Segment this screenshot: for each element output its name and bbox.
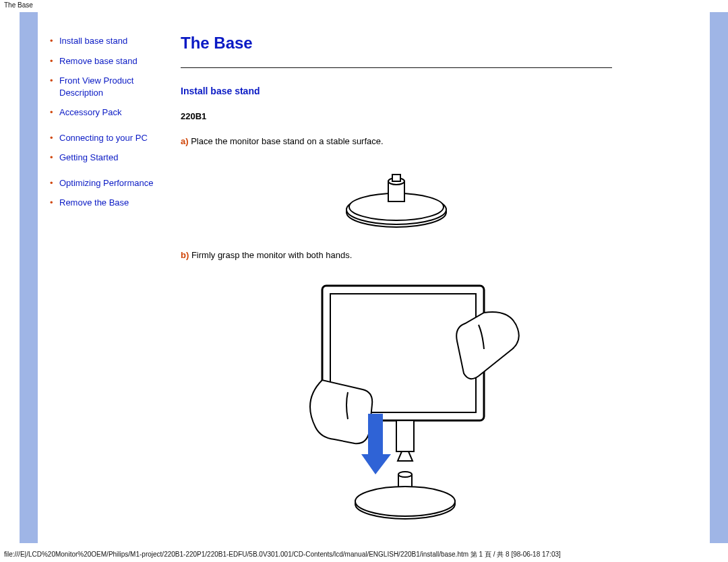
sidebar-item-install-base-stand[interactable]: Install base stand <box>50 35 164 47</box>
footer-path: file:///E|/LCD%20Monitor%20OEM/Philips/M… <box>4 550 719 559</box>
sidebar-item-accessory-pack[interactable]: Accessory Pack <box>50 106 164 119</box>
sidebar-item-connecting-pc[interactable]: Connecting to your PC <box>50 132 164 144</box>
sidebar-link[interactable]: Accessory Pack <box>59 107 121 117</box>
step-b-tag: b) <box>181 250 189 260</box>
sidebar-link[interactable]: Remove the Base <box>59 197 129 208</box>
divider <box>181 67 612 68</box>
sidebar-item-front-view[interactable]: Front View Product Description <box>50 75 164 98</box>
sidebar-link[interactable]: Remove base stand <box>59 56 138 66</box>
sidebar-nav: Install base stand Remove base stand Fro… <box>50 35 164 217</box>
svg-point-12 <box>355 487 455 516</box>
monitor-hands-illustration <box>268 272 524 528</box>
sidebar-item-remove-base[interactable]: Remove the Base <box>50 197 164 209</box>
svg-marker-14 <box>361 454 391 474</box>
step-b: b) Firmly grasp the monitor with both ha… <box>181 250 612 260</box>
content-area: The Base Install base stand 220B1 a) Pla… <box>181 34 612 528</box>
svg-point-10 <box>398 472 412 477</box>
svg-rect-13 <box>368 414 383 454</box>
step-b-text: Firmly grasp the monitor with both hands… <box>189 250 352 260</box>
sidebar-link[interactable]: Optimizing Performance <box>59 178 153 188</box>
decorative-left-bar <box>20 12 38 543</box>
model-label: 220B1 <box>181 111 612 121</box>
step-a-tag: a) <box>181 136 189 146</box>
section-heading: Install base stand <box>181 86 612 96</box>
sidebar-link[interactable]: Install base stand <box>59 36 127 46</box>
window-title: The Base <box>4 1 33 9</box>
page-title: The Base <box>181 34 612 53</box>
decorative-right-bar <box>710 12 728 543</box>
step-a-text: Place the monitor base stand on a stable… <box>189 136 384 146</box>
svg-rect-5 <box>392 175 400 181</box>
figure-base-stand <box>181 158 612 232</box>
sidebar-item-optimizing[interactable]: Optimizing Performance <box>50 177 164 189</box>
figure-monitor-hands <box>181 272 612 528</box>
sidebar-item-remove-base-stand[interactable]: Remove base stand <box>50 55 164 67</box>
svg-rect-8 <box>396 420 414 451</box>
step-a: a) Place the monitor base stand on a sta… <box>181 136 612 146</box>
sidebar-link[interactable]: Front View Product Description <box>59 75 133 98</box>
sidebar-link[interactable]: Connecting to your PC <box>59 133 148 143</box>
base-stand-illustration <box>336 158 457 232</box>
sidebar-item-getting-started[interactable]: Getting Started <box>50 152 164 164</box>
sidebar-link[interactable]: Getting Started <box>59 152 118 162</box>
